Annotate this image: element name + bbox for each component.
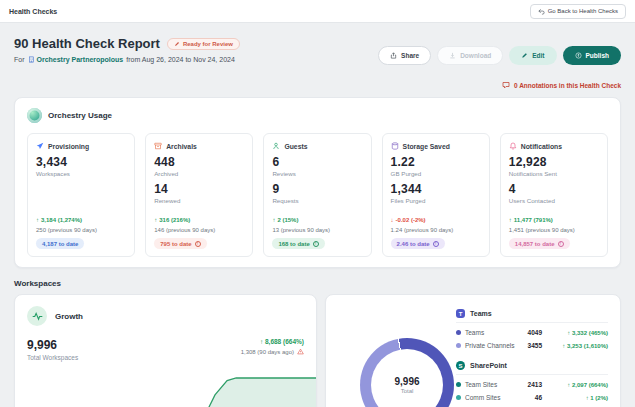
metric-label: GB Purged <box>391 170 481 177</box>
publish-button[interactable]: Publish <box>563 46 621 65</box>
back-arrow-icon <box>538 8 545 15</box>
download-button[interactable]: Download <box>437 46 503 65</box>
to-date-badge: 4,187 to date <box>36 238 84 249</box>
metric-value: 3,434 <box>36 155 126 169</box>
metric-label: Users Contacted <box>509 197 599 204</box>
action-buttons: Share Download Edit Publish <box>378 46 621 65</box>
delta-indicator: ↑ 3,184 (1,274%) <box>36 217 126 223</box>
previous-period: 1.24 (previous 90 days) <box>391 227 481 233</box>
donut-total-value: 9,996 <box>394 376 419 387</box>
series-dot <box>456 330 461 335</box>
legend-row-comm-sites: Comm Sites 46 ↑ 1 (2%) <box>456 391 608 404</box>
metric-value: 6 <box>272 155 362 169</box>
distribution-card: 9,996 Total T Teams Teams 4049 ↑ 3,332 (… <box>325 294 621 407</box>
building-icon <box>28 56 35 63</box>
donut-chart: 9,996 Total <box>360 338 454 407</box>
badge-status-icon <box>313 241 319 247</box>
stat-card-guests: Guests 6 Reviews 9 Requests ↑ 2 (15%) 13… <box>263 133 371 257</box>
badge-status-icon <box>558 241 564 247</box>
legend-group-teams: T Teams Teams 4049 ↑ 3,332 (465%) Privat… <box>456 309 608 352</box>
go-back-button[interactable]: Go Back to Health Checks <box>530 4 626 19</box>
page-title: 90 Health Check Report <box>14 36 160 51</box>
previous-period: 146 (previous 90 days) <box>154 227 244 233</box>
metric-value: 14 <box>154 182 244 196</box>
delta-indicator: ↑ 11,477 (791%) <box>509 217 599 223</box>
annotation-bubble-icon <box>502 81 510 89</box>
edit-button[interactable]: Edit <box>509 46 556 65</box>
metric-value: 4 <box>509 182 599 196</box>
growth-pulse-icon <box>27 306 47 326</box>
delta-indicator: ↓ -0.02 (-2%) <box>391 217 481 223</box>
metric-value: 448 <box>154 155 244 169</box>
to-date-badge: 2.46 to date <box>391 238 445 249</box>
workspace-legend: T Teams Teams 4049 ↑ 3,332 (465%) Privat… <box>456 309 608 407</box>
series-dot <box>456 343 461 348</box>
sharepoint-icon: S <box>456 361 465 370</box>
teams-icon: T <box>456 309 465 318</box>
app-title: Health Checks <box>9 8 57 15</box>
metric-label: Reviews <box>272 170 362 177</box>
badge-status-icon <box>433 241 439 247</box>
archive-icon <box>154 142 162 150</box>
orchestry-logo-icon <box>27 108 42 123</box>
growth-card: Growth 9,996 Total Workspaces ↑ 8,688 (6… <box>14 294 317 407</box>
metric-value: 12,928 <box>509 155 599 169</box>
paper-plane-icon <box>36 142 44 150</box>
legend-row-teams: Teams 4049 ↑ 3,332 (465%) <box>456 326 608 339</box>
donut-total-label: Total <box>401 388 414 394</box>
metric-label: Renewed <box>154 197 244 204</box>
growth-area-chart <box>15 365 317 407</box>
annotations-link[interactable]: 0 Annotations in this Health Check <box>502 81 621 89</box>
growth-previous: 1,308 (90 days ago) <box>241 348 304 355</box>
legend-row-team-sites: Team Sites 2413 ↑ 2,097 (664%) <box>456 378 608 391</box>
edit-pencil-icon <box>521 52 528 59</box>
metric-label: Notifications Sent <box>509 170 599 177</box>
usage-panel: Orchestry Usage Provisioning 3,434 Works… <box>14 97 621 268</box>
series-dot <box>456 395 461 400</box>
warning-triangle-icon <box>297 348 304 355</box>
metric-value: 9 <box>272 182 362 196</box>
metric-value: 1.22 <box>391 155 481 169</box>
stat-card-archivals: Archivals 448 Archived 14 Renewed ↑ 316 … <box>145 133 253 257</box>
legend-group-sharepoint: S SharePoint Team Sites 2413 ↑ 2,097 (66… <box>456 361 608 407</box>
previous-period: 13 (previous 90 days) <box>272 227 362 233</box>
go-back-label: Go Back to Health Checks <box>548 8 618 14</box>
total-workspaces-value: 9,996 <box>27 338 78 352</box>
legend-row-private-channels: Private Channels 3455 ↑ 3,253 (1,610%) <box>456 339 608 352</box>
stat-card-provisioning: Provisioning 3,434 Workspaces ↑ 3,184 (1… <box>27 133 135 257</box>
usage-section-title: Orchestry Usage <box>48 111 112 120</box>
topbar: Health Checks Go Back to Health Checks <box>0 0 635 23</box>
stat-card-notifications: Notifications 12,928 Notifications Sent … <box>500 133 608 257</box>
delta-indicator: ↑ 2 (15%) <box>272 217 362 223</box>
previous-period: 250 (previous 90 days) <box>36 227 126 233</box>
badge-status-icon <box>195 241 201 247</box>
report-subtitle: For Orchestry Partneropolous from Aug 26… <box>14 56 240 63</box>
pencil-icon <box>174 41 180 47</box>
share-icon <box>390 52 397 59</box>
delta-indicator: ↑ 316 (216%) <box>154 217 244 223</box>
growth-delta: ↑ 8,688 (664%) <box>241 338 304 345</box>
metric-label: Workspaces <box>36 170 126 177</box>
total-workspaces-label: Total Workspaces <box>27 354 78 361</box>
to-date-badge: 168 to date <box>272 238 324 249</box>
metric-label: Files Purged <box>391 197 481 204</box>
person-icon <box>272 142 280 150</box>
report-header: 90 Health Check Report Ready for Review … <box>14 36 240 63</box>
database-icon <box>391 142 399 150</box>
metric-label: Archived <box>154 170 244 177</box>
status-badge: Ready for Review <box>167 38 240 50</box>
metric-value: 1,344 <box>391 182 481 196</box>
to-date-badge: 14,857 to date <box>509 238 570 249</box>
bell-icon <box>509 142 517 150</box>
metric-label: Requests <box>272 197 362 204</box>
org-link[interactable]: Orchestry Partneropolous <box>28 56 124 63</box>
series-dot <box>456 382 461 387</box>
publish-icon <box>575 52 582 59</box>
to-date-badge: 795 to date <box>154 238 206 249</box>
workspaces-section-title: Workspaces <box>14 279 61 288</box>
download-icon <box>449 52 456 59</box>
share-button[interactable]: Share <box>378 46 431 65</box>
previous-period: 1,451 (previous 90 days) <box>509 227 599 233</box>
stat-card-storage: Storage Saved 1.22 GB Purged 1,344 Files… <box>382 133 490 257</box>
